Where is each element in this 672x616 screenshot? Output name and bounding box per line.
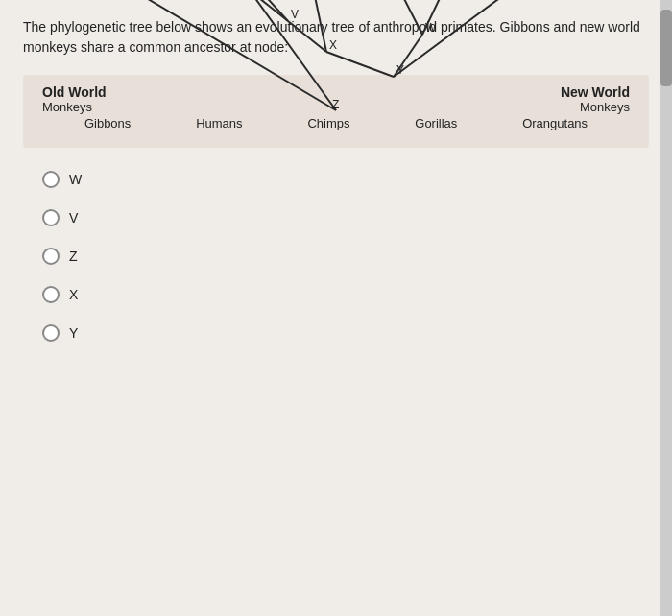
option-w[interactable]: W — [42, 171, 630, 188]
radio-x[interactable] — [42, 286, 60, 303]
label-v: V — [69, 210, 78, 225]
label-w: W — [69, 172, 82, 187]
radio-z[interactable] — [42, 248, 60, 265]
tree-section: Old World Monkeys New World Monkeys Gibb… — [23, 75, 649, 148]
svg-text:V: V — [291, 8, 299, 21]
page: The phylogenetic tree below shows an evo… — [0, 0, 672, 386]
scrollbar-track[interactable] — [660, 0, 672, 616]
svg-line-27 — [224, 0, 288, 21]
radio-w[interactable] — [42, 171, 60, 188]
option-x[interactable]: X — [42, 286, 630, 303]
svg-line-30 — [326, 52, 394, 77]
svg-text:Y: Y — [396, 63, 404, 77]
option-v[interactable]: V — [42, 209, 630, 226]
svg-text:X: X — [329, 38, 337, 52]
label-x: X — [69, 287, 78, 302]
options-section: W V Z X Y — [23, 171, 649, 342]
svg-text:W: W — [425, 21, 437, 35]
scrollbar-thumb[interactable] — [660, 10, 672, 86]
phylo-tree: U V W X Y Z — [38, 0, 634, 134]
radio-y[interactable] — [42, 324, 60, 342]
label-y: Y — [69, 325, 78, 341]
radio-v[interactable] — [42, 209, 60, 226]
option-y[interactable]: Y — [42, 324, 630, 342]
svg-text:Z: Z — [332, 98, 339, 111]
label-z: Z — [69, 249, 78, 264]
svg-line-33 — [379, 0, 422, 35]
option-z[interactable]: Z — [42, 248, 630, 265]
